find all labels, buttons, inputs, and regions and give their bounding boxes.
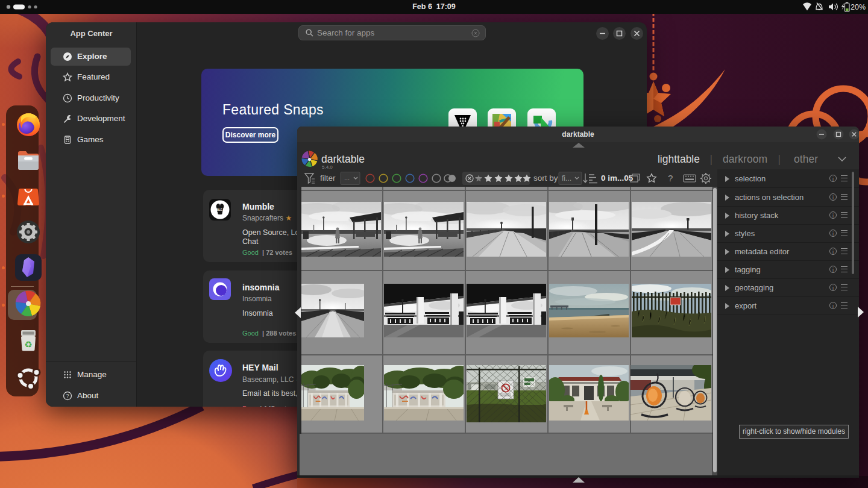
svg-text:?: ?	[66, 393, 69, 399]
svg-text:filter: filter	[320, 174, 336, 183]
svg-text:?: ?	[668, 173, 673, 183]
svg-text:20%: 20%	[851, 3, 866, 11]
svg-text:fi...: fi...	[562, 174, 571, 183]
svg-text:♻: ♻	[24, 339, 32, 349]
svg-text:...: ...	[344, 174, 350, 181]
svg-text:0 im...05: 0 im...05	[601, 174, 634, 183]
svg-text:sort by: sort by	[533, 174, 558, 183]
svg-text:BLE: BLE	[217, 208, 222, 211]
